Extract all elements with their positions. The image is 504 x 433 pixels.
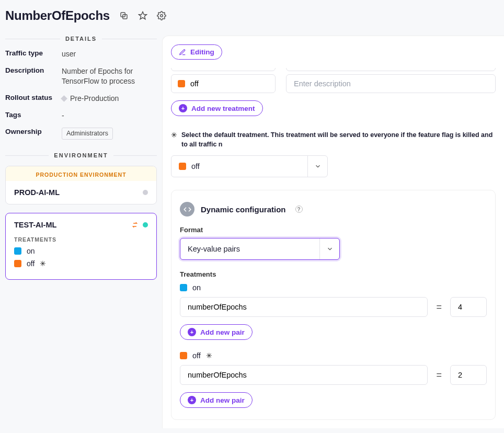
treatments-label: Treatments bbox=[180, 270, 487, 278]
default-treatment-select[interactable]: off bbox=[171, 155, 328, 177]
treatment-off-desc-input[interactable] bbox=[286, 74, 496, 93]
default-star-icon: ✳ bbox=[40, 259, 46, 268]
dynamic-config-section: Dynamic configuration ? Format Key-value… bbox=[171, 190, 496, 420]
plus-icon: + bbox=[179, 104, 187, 112]
bullet-off-icon bbox=[179, 163, 186, 170]
detail-ownership: Ownership Administrators bbox=[5, 128, 157, 140]
treatment-on: on bbox=[14, 247, 148, 255]
swap-icon bbox=[131, 221, 139, 229]
add-pair-off-button[interactable]: + Add new pair bbox=[180, 392, 253, 408]
dyn-treat-on: on bbox=[180, 283, 487, 292]
diamond-icon bbox=[61, 95, 67, 102]
equals-sign: = bbox=[436, 302, 442, 313]
format-select[interactable]: Key-value pairs bbox=[180, 238, 340, 260]
treatment-name-on-input[interactable] bbox=[171, 68, 276, 71]
bullet-off-icon bbox=[178, 80, 185, 87]
asterisk-icon: ✳ bbox=[171, 131, 177, 139]
env-name-test: TEST-AI-ML bbox=[14, 221, 56, 229]
pencil-icon bbox=[179, 49, 186, 56]
equals-sign: = bbox=[436, 370, 442, 381]
add-treatment-button[interactable]: + Add new treatment bbox=[171, 100, 263, 116]
detail-traffic-type: Traffic type user bbox=[5, 49, 157, 59]
treatment-name-off-input[interactable] bbox=[171, 74, 276, 93]
star-icon[interactable] bbox=[138, 11, 147, 20]
env-card-test[interactable]: TEST-AI-ML TREATMENTS on off ✳ bbox=[5, 213, 157, 280]
svg-marker-2 bbox=[139, 12, 146, 19]
environment-heading: ENVIRONMENT bbox=[5, 152, 157, 158]
kv-val-off-input[interactable] bbox=[450, 365, 487, 385]
bullet-off-icon bbox=[14, 260, 21, 267]
bullet-on-icon bbox=[180, 284, 187, 291]
detail-tags: Tags - bbox=[5, 111, 157, 121]
env-banner-production: PRODUCTION ENVIRONMENT bbox=[6, 166, 156, 181]
details-heading: DETAILS bbox=[5, 36, 157, 42]
page-title: NumberOfEpochs bbox=[5, 8, 110, 23]
add-pair-on-button[interactable]: + Add new pair bbox=[180, 324, 253, 340]
status-dot-gray bbox=[143, 190, 148, 195]
status-dot-teal bbox=[143, 222, 148, 227]
format-label: Format bbox=[180, 226, 487, 234]
dynamic-config-title: Dynamic configuration bbox=[201, 205, 286, 214]
detail-rollout: Rollout status Pre-Production bbox=[5, 94, 157, 104]
kv-key-off-input[interactable] bbox=[180, 365, 428, 385]
code-icon bbox=[180, 202, 194, 216]
kv-key-on-input[interactable] bbox=[180, 297, 428, 317]
default-star-icon: ✳ bbox=[206, 351, 212, 360]
plus-icon: + bbox=[188, 396, 196, 404]
bullet-on-icon bbox=[14, 247, 21, 255]
chevron-down-icon bbox=[307, 156, 327, 177]
copy-icon[interactable] bbox=[119, 11, 129, 20]
default-treatment-note: ✳ Select the default treatment. This tre… bbox=[171, 131, 496, 149]
dyn-treat-off: off ✳ bbox=[180, 351, 487, 360]
env-name-prod: PROD-AI-ML bbox=[14, 188, 60, 197]
editing-button[interactable]: Editing bbox=[171, 44, 222, 60]
svg-point-3 bbox=[161, 15, 163, 17]
plus-icon: + bbox=[188, 328, 196, 336]
kv-val-on-input[interactable] bbox=[450, 297, 487, 317]
treatment-off: off ✳ bbox=[14, 259, 148, 268]
bullet-off-icon bbox=[180, 352, 187, 359]
treatment-off-name[interactable] bbox=[190, 79, 269, 88]
chevron-down-icon bbox=[319, 238, 339, 259]
treatment-desc-on-input[interactable] bbox=[286, 68, 496, 71]
ownership-chip: Administrators bbox=[62, 128, 113, 140]
env-card-prod[interactable]: PRODUCTION ENVIRONMENT PROD-AI-ML bbox=[5, 166, 157, 204]
treatments-label: TREATMENTS bbox=[14, 236, 148, 243]
gear-icon[interactable] bbox=[157, 11, 166, 20]
detail-description: Description Number of Epochs for TensorF… bbox=[5, 66, 157, 86]
info-icon[interactable]: ? bbox=[295, 206, 303, 213]
